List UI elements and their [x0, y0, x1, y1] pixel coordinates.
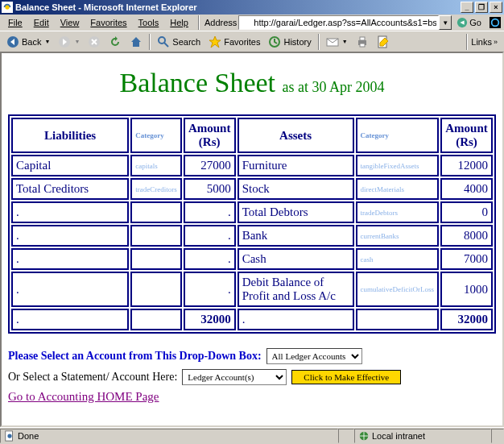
go-icon	[456, 17, 468, 28]
heading-main: Balance Sheet	[119, 68, 275, 98]
asset-cell: Bank	[238, 225, 354, 247]
amt-cell: 1000	[440, 272, 493, 307]
asset-total-amt: 32000	[440, 309, 493, 330]
amt-cell: 12000	[440, 155, 493, 176]
minimize-button[interactable]: _	[461, 2, 473, 13]
liab-cell: .	[11, 248, 129, 270]
menu-tools[interactable]: Tools	[134, 16, 164, 29]
asset-total: .	[238, 309, 354, 330]
make-effective-button[interactable]: Click to Make Effective	[291, 370, 401, 384]
mail-icon	[326, 35, 339, 48]
table-row: Total Creditors tradeCreditors 5000 Stoc…	[11, 178, 493, 200]
back-icon	[6, 35, 19, 48]
search-icon	[157, 35, 170, 48]
liab-cell: Total Creditors	[11, 178, 129, 200]
go-button[interactable]: Go	[453, 17, 485, 28]
table-row: . . Total Debtors tradeDebtors 0	[11, 201, 493, 223]
amt-cell: 8000	[440, 225, 493, 247]
statusbar: Done Local intranet	[0, 427, 504, 443]
window-title: Balance Sheet - Microsoft Internet Explo…	[15, 2, 461, 12]
category-link[interactable]: directMaterials	[361, 185, 404, 193]
amt-cell: .	[184, 248, 236, 270]
menu-file[interactable]: File	[3, 16, 27, 29]
page-heading: Balance Sheet as at 30 Apr 2004	[8, 68, 496, 98]
svg-rect-15	[360, 44, 365, 47]
hdr-amount-right: Amount (Rs)	[440, 118, 493, 153]
liab-cell: .	[11, 225, 129, 247]
maximize-button[interactable]: ❐	[475, 2, 488, 13]
category-link[interactable]: cumulativeDeficitOrLoss	[361, 285, 434, 293]
address-dropdown[interactable]: ▼	[439, 15, 452, 30]
mail-button[interactable]: ▼	[323, 34, 351, 50]
history-icon	[268, 35, 281, 48]
asset-cell: Debit Balance of Profit and Loss A/c	[238, 272, 354, 307]
amt-cell: 0	[440, 201, 493, 223]
category-link[interactable]: currentBanks	[361, 232, 399, 240]
print-icon	[356, 35, 369, 48]
edit-button[interactable]	[374, 34, 393, 50]
hdr-category-right: Category	[356, 118, 439, 153]
home-button[interactable]	[126, 34, 146, 50]
liab-total-amt: 32000	[184, 309, 236, 330]
svg-point-10	[159, 37, 165, 44]
category-link[interactable]: capitals	[135, 162, 158, 170]
refresh-button[interactable]	[105, 34, 125, 50]
links-label[interactable]: Links	[471, 37, 492, 47]
statement-label: Or Select a Statement/ Account Here:	[8, 371, 177, 384]
form-area: Please Select an Account from This Drop-…	[8, 348, 496, 404]
menu-edit[interactable]: Edit	[29, 16, 54, 29]
category-link[interactable]: tradeCreditors	[135, 185, 176, 193]
asset-cell: Furniture	[238, 155, 354, 176]
select-account-label: Please Select an Account from This Drop-…	[8, 350, 262, 363]
stop-button[interactable]	[85, 34, 104, 50]
search-button[interactable]: Search	[154, 34, 204, 50]
favorites-button[interactable]: Favorites	[205, 34, 263, 50]
address-input[interactable]	[238, 15, 439, 30]
table-row: Capital capitals 27000 Furniture tangibl…	[11, 155, 493, 176]
ie-logo-icon	[490, 17, 501, 28]
edit-icon	[377, 35, 390, 48]
amt-cell: 4000	[440, 178, 493, 200]
liab-cell: .	[11, 201, 129, 223]
svg-rect-14	[360, 37, 365, 40]
category-link[interactable]: tradeDebtors	[361, 209, 398, 217]
svg-point-18	[7, 434, 11, 438]
amt-cell: 7000	[440, 248, 493, 270]
amt-cell: .	[184, 225, 236, 247]
forward-button[interactable]: ▼	[55, 34, 83, 50]
home-icon	[130, 35, 143, 48]
home-link[interactable]: Go to Accounting HOME Page	[8, 390, 159, 404]
close-button[interactable]: ×	[490, 2, 502, 13]
account-select[interactable]: All Ledger Accounts	[266, 348, 362, 364]
menu-view[interactable]: View	[56, 16, 85, 29]
asset-cell: Stock	[238, 178, 354, 200]
category-link[interactable]: cash	[361, 255, 374, 263]
balance-sheet-table: Liabilities Category Amount (Rs) Assets …	[8, 114, 496, 334]
amt-cell: 5000	[184, 178, 236, 200]
liab-total: .	[11, 309, 129, 330]
menubar: File Edit View Favorites Tools Help Addr…	[0, 15, 504, 31]
toolbar: Back▼ ▼ Search Favorites History ▼ Links…	[0, 31, 504, 52]
status-done: Done	[18, 431, 39, 441]
status-zone: Local intranet	[372, 431, 425, 441]
table-row: . . Cash cash 7000	[11, 248, 493, 270]
menu-help[interactable]: Help	[165, 16, 193, 29]
hdr-liabilities: Liabilities	[11, 118, 129, 153]
ie-icon	[2, 2, 13, 13]
back-button[interactable]: Back▼	[3, 34, 53, 50]
menu-favorites[interactable]: Favorites	[85, 16, 131, 29]
refresh-icon	[109, 35, 122, 48]
category-link[interactable]: tangibleFixedAssets	[361, 162, 419, 170]
print-button[interactable]	[353, 34, 372, 50]
heading-sub: as at 30 Apr 2004	[279, 79, 384, 95]
liab-cell: .	[11, 272, 129, 307]
statement-select[interactable]: Ledger Account(s)	[182, 369, 287, 385]
zone-icon	[358, 430, 370, 442]
page-content: Balance Sheet as at 30 Apr 2004 Liabilit…	[0, 52, 504, 427]
favorites-icon	[209, 35, 221, 48]
history-button[interactable]: History	[265, 34, 314, 50]
table-row: . . Bank currentBanks 8000	[11, 225, 493, 247]
done-icon	[4, 430, 15, 442]
amt-cell: .	[184, 272, 236, 307]
asset-cell: Total Debtors	[238, 201, 354, 223]
